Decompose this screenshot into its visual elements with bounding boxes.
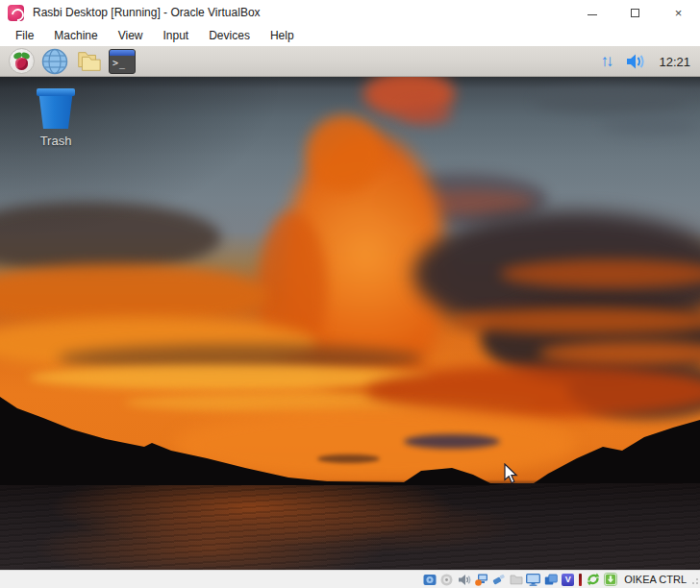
- raspberry-icon: [9, 48, 35, 74]
- volume-icon[interactable]: [626, 53, 647, 70]
- features-chip-icon[interactable]: V: [561, 573, 575, 586]
- minimize-button[interactable]: [570, 0, 613, 25]
- trash-desktop-icon[interactable]: Trash: [26, 88, 86, 148]
- folders-icon: [75, 49, 102, 74]
- keyboard-state-icon[interactable]: [603, 573, 617, 586]
- mouse-cursor: [504, 463, 521, 484]
- trash-icon: [37, 88, 75, 131]
- mouse-integration-icon[interactable]: [586, 573, 600, 586]
- hard-disks-icon[interactable]: [422, 573, 437, 586]
- virtualbox-window: Rasbi Desktop [Running] - Oracle Virtual…: [0, 0, 700, 588]
- host-key-label: OIKEA CTRL: [624, 574, 687, 585]
- wallpaper-sea: [0, 483, 700, 570]
- menu-file[interactable]: File: [8, 26, 41, 45]
- usb-icon[interactable]: [491, 573, 506, 586]
- shared-folders-icon[interactable]: [509, 573, 523, 586]
- close-button[interactable]: ×: [657, 0, 700, 25]
- terminal-button[interactable]: >_: [109, 48, 136, 75]
- terminal-icon: >_: [109, 49, 136, 74]
- taskbar-tray: ↑↓ 12:21: [600, 46, 690, 77]
- optical-drives-icon[interactable]: [439, 573, 454, 586]
- trash-label: Trash: [26, 134, 86, 148]
- close-icon: ×: [675, 6, 683, 20]
- titlebar[interactable]: Rasbi Desktop [Running] - Oracle Virtual…: [0, 0, 700, 25]
- file-manager-button[interactable]: [75, 48, 102, 75]
- activity-indicator: [579, 574, 582, 586]
- menu-view[interactable]: View: [111, 26, 151, 45]
- maximize-icon: [631, 9, 639, 17]
- recording-icon[interactable]: [543, 573, 558, 586]
- wallpaper-sky: [0, 77, 700, 483]
- menu-help[interactable]: Help: [262, 26, 302, 45]
- raspberry-menu-button[interactable]: [8, 48, 35, 75]
- guest-taskbar: >_ ↑↓ 12:21: [0, 46, 700, 77]
- network-traffic-icon[interactable]: ↑↓: [600, 52, 614, 71]
- window-title: Rasbi Desktop [Running] - Oracle Virtual…: [33, 6, 261, 19]
- maximize-button[interactable]: [613, 0, 657, 25]
- resize-grip[interactable]: [690, 578, 698, 586]
- clock[interactable]: 12:21: [659, 55, 690, 69]
- menu-machine[interactable]: Machine: [46, 26, 105, 45]
- web-browser-button[interactable]: [41, 48, 68, 75]
- menu-devices[interactable]: Devices: [201, 26, 258, 45]
- virtualbox-icon: [8, 5, 24, 21]
- audio-icon[interactable]: [457, 573, 471, 586]
- desktop-wallpaper: Trash: [0, 77, 700, 570]
- statusbar: V OIKEA CTRL: [0, 570, 700, 588]
- minimize-icon: [588, 14, 597, 15]
- window-controls: ×: [570, 0, 700, 25]
- menubar: File Machine View Input Devices Help: [0, 25, 700, 46]
- network-icon[interactable]: [474, 573, 488, 586]
- display-icon[interactable]: [526, 573, 540, 586]
- menu-input[interactable]: Input: [156, 26, 197, 45]
- globe-icon: [41, 48, 68, 75]
